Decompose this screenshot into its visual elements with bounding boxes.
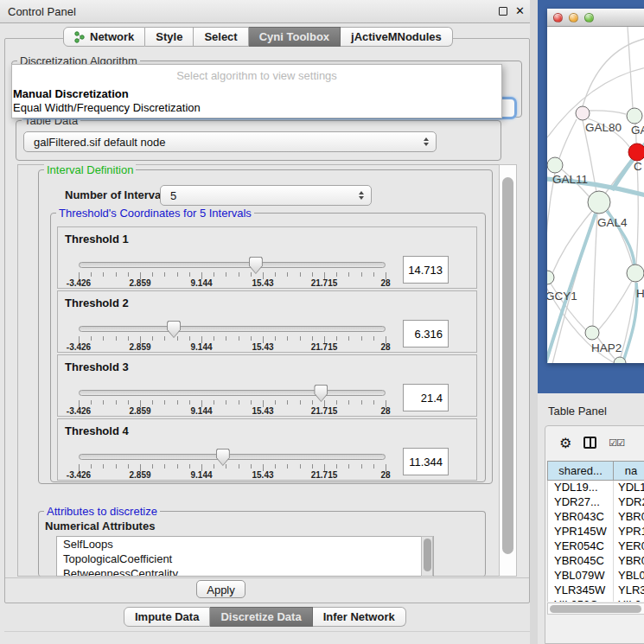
tick-label: 9.144 xyxy=(190,406,212,416)
tick-mark xyxy=(239,336,239,341)
close-traffic-icon[interactable] xyxy=(553,13,563,22)
slider-thumb[interactable] xyxy=(249,257,263,274)
table-row[interactable]: YDR27...YDR2 xyxy=(548,495,644,510)
tick-mark xyxy=(189,272,190,277)
tick-mark xyxy=(300,464,301,469)
list-item[interactable]: SelfLoops xyxy=(57,537,433,552)
tab-infer-network[interactable]: Infer Network xyxy=(313,607,406,627)
tab-label: Style xyxy=(156,30,182,43)
table-row[interactable]: YIL052CYIL0 xyxy=(548,598,644,602)
tick-label: 2.859 xyxy=(129,470,150,480)
list-item[interactable]: TopologicalCoefficient xyxy=(57,552,433,566)
table-row[interactable]: YBR043CYBR0 xyxy=(548,510,644,525)
slider-track[interactable] xyxy=(79,326,386,332)
tick-mark xyxy=(164,400,165,405)
tab-jactivemnodules[interactable]: jActiveMNodules xyxy=(341,27,453,47)
cell-shared-name: YDR27... xyxy=(548,495,614,510)
slider-thumb[interactable] xyxy=(314,385,328,402)
slider-thumb[interactable] xyxy=(167,321,181,338)
threshold-value-field[interactable]: 6.316 xyxy=(403,320,449,348)
tick-mark xyxy=(251,400,252,405)
tick-mark xyxy=(251,464,252,469)
network-canvas[interactable]: GAL80GACGAL11GAL4GCY1HHAP2 xyxy=(547,27,644,363)
table-row[interactable]: YBR045CYBR0 xyxy=(548,554,644,569)
tick-mark xyxy=(251,336,252,341)
network-window: GAL80GACGAL11GAL4GCY1HHAP2 xyxy=(547,9,644,363)
settings-gear-icon[interactable]: ⚙ xyxy=(559,435,571,451)
tab-cyni-toolbox[interactable]: Cyni Toolbox xyxy=(249,27,341,47)
network-node-gal80[interactable] xyxy=(576,106,590,120)
threshold-value-field[interactable]: 14.713 xyxy=(403,256,449,284)
tick-mark xyxy=(116,336,117,341)
threshold-label: Threshold 3 xyxy=(65,360,129,373)
column-header[interactable]: na xyxy=(614,461,644,481)
zoom-traffic-icon[interactable] xyxy=(584,13,594,22)
scrollbar-thumb[interactable] xyxy=(502,177,513,554)
tick-mark xyxy=(361,464,362,469)
algorithm-option[interactable]: Manual Discretization xyxy=(13,87,129,100)
tick-mark xyxy=(300,336,301,341)
group-title: Attributes to discretize xyxy=(44,505,160,518)
slider-track[interactable] xyxy=(79,454,386,460)
table-row[interactable]: YPR145WYPR1 xyxy=(548,525,644,539)
settings-vertical-scrollbar[interactable] xyxy=(499,164,517,577)
attributes-list-scrollbar[interactable] xyxy=(421,536,433,577)
select-columns-icon[interactable]: ☑☑ xyxy=(609,437,624,449)
tick-mark xyxy=(226,464,226,469)
column-header[interactable]: shared... xyxy=(547,461,614,481)
apply-button[interactable]: Apply xyxy=(196,580,245,598)
table-row[interactable]: YER054CYER0 xyxy=(548,539,644,554)
tab-impute-data[interactable]: Impute Data xyxy=(124,607,210,627)
num-intervals-spinner[interactable]: 5 xyxy=(160,185,372,206)
table-row[interactable]: YDL19...YDL1 xyxy=(548,481,644,495)
threshold-value-field[interactable]: 21.4 xyxy=(403,384,449,411)
network-node-red[interactable] xyxy=(628,143,644,161)
scrollbar-thumb[interactable] xyxy=(550,605,641,613)
network-node-hap2[interactable] xyxy=(585,326,599,340)
tick-mark xyxy=(128,336,129,341)
split-columns-icon[interactable] xyxy=(583,437,596,449)
threshold-value-field[interactable]: 11.344 xyxy=(403,448,449,475)
close-icon[interactable]: ✕ xyxy=(515,4,525,17)
tick-label: 9.144 xyxy=(190,342,212,352)
tab-network[interactable]: Network xyxy=(63,27,145,47)
tick-mark xyxy=(300,400,301,405)
tick-mark xyxy=(361,336,362,341)
scrollbar-thumb[interactable] xyxy=(424,539,431,571)
tick-label: 15.43 xyxy=(252,470,273,480)
algorithm-option[interactable]: Equal Width/Frequency Discretization xyxy=(13,101,201,114)
combobox-stepper-icon xyxy=(424,137,429,146)
network-edge xyxy=(559,119,577,158)
network-node-ga[interactable] xyxy=(627,108,642,124)
slider-track[interactable] xyxy=(79,262,386,268)
tick-label: 21.715 xyxy=(311,278,338,288)
tick-mark xyxy=(91,464,92,469)
cell-name: YDR2 xyxy=(614,495,644,510)
tick-mark xyxy=(226,400,226,405)
tab-discretize-data[interactable]: Discretize Data xyxy=(210,607,312,627)
threshold-row: Threshold 2-3.4262.8599.14415.4321.71528… xyxy=(57,290,477,353)
network-edge-thick xyxy=(547,214,596,363)
tick-mark xyxy=(312,336,313,341)
slider-track[interactable] xyxy=(79,390,386,396)
network-node-gal4[interactable] xyxy=(588,191,610,214)
slider-thumb[interactable] xyxy=(216,449,230,466)
float-window-icon[interactable] xyxy=(499,7,507,16)
minimize-traffic-icon[interactable] xyxy=(569,13,578,22)
cell-name: YLR3 xyxy=(614,583,644,598)
numerical-attributes-list[interactable]: SelfLoopsTopologicalCoefficientBetweenne… xyxy=(56,536,434,577)
tab-label: Select xyxy=(204,30,237,43)
table-row[interactable]: YBL079WYBL0 xyxy=(548,569,644,583)
table-data-combobox[interactable]: galFiltered.sif default node xyxy=(23,131,437,152)
network-node-h[interactable] xyxy=(627,265,644,282)
network-node-gal11[interactable] xyxy=(547,157,563,173)
list-item[interactable]: BetweennessCentrality xyxy=(57,566,433,577)
tab-style[interactable]: Style xyxy=(145,27,194,47)
tick-mark xyxy=(164,336,165,341)
threshold-row: Threshold 4-3.4262.8599.14415.4321.71528… xyxy=(57,418,477,481)
tick-mark xyxy=(128,272,129,277)
tab-label: Network xyxy=(90,30,134,43)
tab-select[interactable]: Select xyxy=(194,27,248,47)
table-horizontal-scrollbar[interactable] xyxy=(547,603,644,615)
table-row[interactable]: YLR345WYLR3 xyxy=(548,583,644,598)
